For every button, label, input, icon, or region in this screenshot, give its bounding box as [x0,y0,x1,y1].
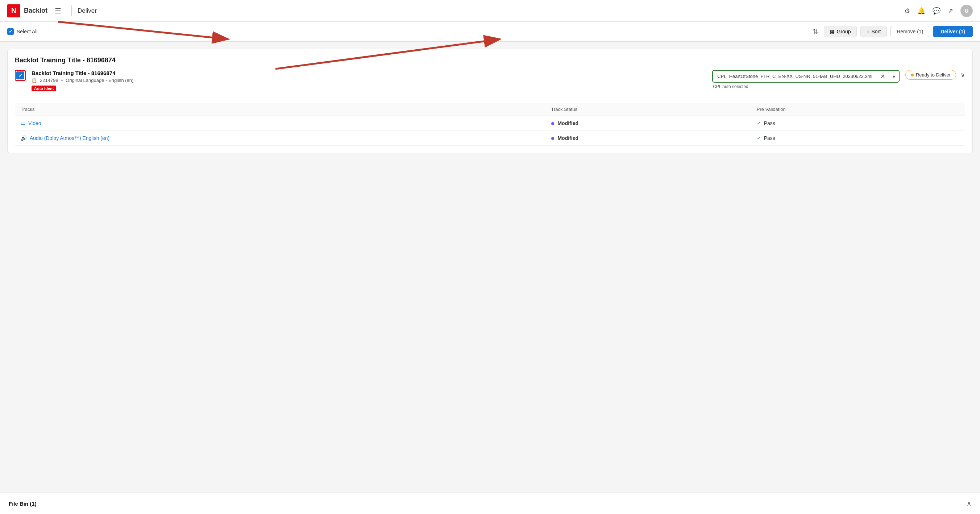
item-checkbox-check-icon: ✓ [19,73,22,78]
cpl-dropdown-button[interactable]: ▾ [889,72,899,81]
ready-dot-icon [911,73,914,76]
video-track-icon: ▭ [21,120,25,126]
settings-icon[interactable]: ⚙ [904,7,910,15]
checkbox-check-icon: ✓ [9,29,12,34]
cpl-auto-label: CPL auto selected [712,84,748,89]
content-card: Backlot Training Title - 81696874 ✓ Back… [7,49,973,153]
select-all-checkbox[interactable]: ✓ [7,28,14,35]
video-track-name: Video [28,120,41,126]
ready-label: Ready to Deliver [916,72,951,78]
item-checkbox[interactable]: ✓ [16,72,24,80]
brand-name: Backlot [24,7,48,14]
menu-icon[interactable]: ☰ [55,6,61,15]
group-button[interactable]: ▦ Group [824,26,857,37]
select-all-area: ✓ Select All [7,28,806,35]
audio-track-status-cell: Modified [546,131,751,146]
sort-button[interactable]: ↕ Sort [861,26,887,37]
header-right: ⚙ 🔔 💬 ↗ U [904,5,973,17]
calendar-icon: 📋 [32,78,37,83]
notifications-icon[interactable]: 🔔 [917,7,925,15]
cpl-selector[interactable]: CPL_HeartOfStone_FTR_C_EN-XX_US-NR_51-IA… [712,70,900,83]
group-label: Group [837,29,851,35]
deliver-button[interactable]: Deliver (1) [933,26,973,37]
deliver-label: Deliver (1) [940,29,965,35]
pass-check-icon: ✓ [757,120,761,126]
video-track-status: Modified [557,120,578,126]
cpl-value: CPL_HeartOfStone_FTR_C_EN-XX_US-NR_51-IA… [713,71,877,82]
expand-button[interactable]: ∨ [961,71,965,79]
sort-label: Sort [871,29,881,35]
item-meta-separator: • [61,78,63,83]
chat-icon[interactable]: 💬 [932,7,940,15]
group-icon: ▦ [830,29,835,35]
item-details: Backlot Training Title - 81696874 📋 2214… [32,70,706,91]
audio-track-link[interactable]: 🔊 Audio (Dolby Atmos™) English (en) [21,135,540,141]
status-dot-icon [551,137,554,140]
pre-validation-col-header: Pre Validation [751,103,965,116]
video-track-link[interactable]: ▭ Video [21,120,540,126]
netflix-logo: N [7,4,20,18]
tracks-table: Tracks Track Status Pre Validation ▭ Vid… [15,103,965,146]
ready-to-deliver-badge: Ready to Deliver [905,70,956,80]
filter-button[interactable]: ⇅ [810,25,820,38]
item-status-area: Ready to Deliver ∨ [905,70,965,80]
video-track-validation-cell: ✓ Pass [751,116,965,131]
tracks-col-header: Tracks [15,103,546,116]
toolbar: ✓ Select All ⇅ ▦ Group ↕ Sort Remove (1)… [0,22,980,42]
tracks-table-header: Tracks Track Status Pre Validation [15,103,965,116]
avatar[interactable]: U [961,5,973,17]
audio-track-status: Modified [557,135,578,141]
sort-icon: ↕ [867,29,869,35]
avatar-initials: U [965,8,969,14]
item-checkbox-wrapper: ✓ [15,70,26,81]
auto-ident-badge: Auto Ident [32,86,56,91]
cpl-clear-button[interactable]: ✕ [877,71,889,82]
audio-track-name: Audio (Dolby Atmos™) English (en) [30,135,110,141]
item-meta-id: 2214798 [40,78,58,83]
audio-track-validation-cell: ✓ Pass [751,131,965,146]
table-row: ▭ Video Modified ✓ Pass [15,116,965,131]
remove-button[interactable]: Remove (1) [891,26,929,37]
tracks-table-body: ▭ Video Modified ✓ Pass [15,116,965,146]
status-dot-icon [551,122,554,125]
video-track-validation: Pass [764,120,775,126]
main-content: Backlot Training Title - 81696874 ✓ Back… [0,42,980,161]
item-row: ✓ Backlot Training Title - 81696874 📋 22… [15,70,965,97]
external-link-icon[interactable]: ↗ [948,7,953,15]
item-meta: 📋 2214798 • Original Language - English … [32,78,706,83]
logo-area: N Backlot [7,4,48,18]
video-track-status-cell: Modified [546,116,751,131]
select-all-label: Select All [17,29,38,35]
item-meta-lang: Original Language - English (en) [65,78,134,83]
item-name: Backlot Training Title - 81696874 [32,70,706,76]
table-row: 🔊 Audio (Dolby Atmos™) English (en) Modi… [15,131,965,146]
toolbar-right: ⇅ ▦ Group ↕ Sort Remove (1) Deliver (1) [810,25,973,38]
track-status-col-header: Track Status [546,103,751,116]
app-header: N Backlot ☰ Deliver ⚙ 🔔 💬 ↗ U [0,0,980,22]
audio-track-validation: Pass [764,135,775,141]
audio-track-icon: 🔊 [21,135,27,141]
cpl-area: CPL_HeartOfStone_FTR_C_EN-XX_US-NR_51-IA… [712,70,900,89]
header-divider [72,5,72,16]
card-title: Backlot Training Title - 81696874 [15,57,965,64]
remove-label: Remove (1) [897,29,923,35]
pass-check-icon: ✓ [757,135,761,141]
page-title: Deliver [78,7,97,14]
